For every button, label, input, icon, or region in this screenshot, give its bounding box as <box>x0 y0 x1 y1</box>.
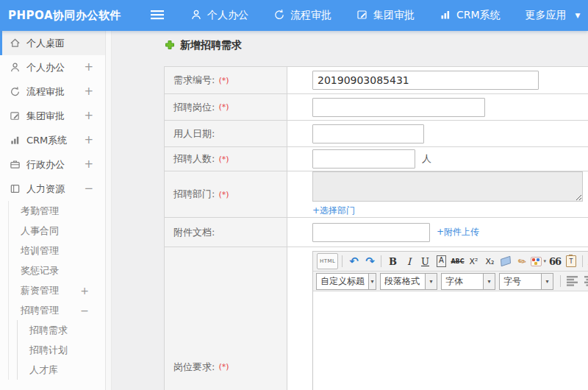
person-icon <box>190 9 202 23</box>
nav-group-approval[interactable]: 集团审批 <box>356 9 415 23</box>
brush-icon: ✎ <box>516 255 529 269</box>
sidebar-item-group-approval[interactable]: 集团审批 + <box>0 104 105 128</box>
chevron-down-icon: ▼ <box>576 12 581 19</box>
strikethrough-button[interactable]: ABC <box>450 254 465 269</box>
sidebar-item-label: 个人桌面 <box>26 37 65 50</box>
sidebar-item-talent-pool[interactable]: 人才库 <box>18 360 105 380</box>
sidebar-item-label: 人力资源 <box>26 182 65 196</box>
expand-icon[interactable]: + <box>84 86 93 97</box>
sidebar-item-personal-desktop[interactable]: 个人桌面 <box>0 31 105 55</box>
top-bar: PHPOA协同办公软件 个人办公 流程审批 集团审批 <box>0 0 588 31</box>
nav-label: 流程审批 <box>290 9 331 22</box>
recruit-count-input[interactable] <box>312 149 415 169</box>
sidebar-item-salary-management[interactable]: 薪资管理 + <box>9 280 105 300</box>
bold-button[interactable]: B <box>385 254 400 269</box>
required-mark: (*) <box>218 102 229 112</box>
nav-label: 更多应用 <box>526 9 567 22</box>
field-label: 用人日期: <box>165 121 287 146</box>
chevron-down-icon: ▾ <box>425 274 437 289</box>
row-recruit-position: 招聘岗位: (*) <box>165 94 588 121</box>
demand-number-input[interactable] <box>312 71 539 90</box>
sidebar-item-label: 招聘管理 <box>21 304 59 317</box>
paste-button[interactable]: T <box>564 254 578 269</box>
collapse-icon[interactable]: − <box>84 183 93 194</box>
recruit-position-input[interactable] <box>312 98 485 117</box>
sidebar-item-workflow-approval[interactable]: 流程审批 + <box>0 79 105 104</box>
nav-label: 个人办公 <box>207 9 248 22</box>
font-family-select[interactable]: 字体 ▾ <box>441 273 495 290</box>
sidebar-item-crm-system[interactable]: CRM系统 + <box>0 128 105 152</box>
nav-personal-office[interactable]: 个人办公 <box>190 9 248 23</box>
blockquote-button[interactable]: 66 <box>548 254 562 269</box>
sidebar-item-reward-punishment[interactable]: 奖惩记录 <box>9 260 105 280</box>
chevron-down-icon: ▾ <box>543 258 546 264</box>
hire-date-input[interactable] <box>312 124 424 143</box>
undo-button[interactable]: ↶ <box>346 254 361 269</box>
redo-button[interactable]: ↷ <box>362 254 377 269</box>
menu-toggle-button[interactable] <box>151 9 164 23</box>
select-department-link[interactable]: +选择部门 <box>312 205 355 217</box>
edit-icon <box>10 110 21 121</box>
palette-icon <box>531 257 542 266</box>
attachment-upload-link[interactable]: +附件上传 <box>437 226 479 238</box>
expand-icon[interactable]: + <box>84 159 93 170</box>
row-attachment: 附件文档: +附件上传 <box>165 218 588 247</box>
sidebar-item-recruit-plan[interactable]: 招聘计划 <box>18 340 105 360</box>
color-palette-button[interactable]: ▾ <box>531 254 546 269</box>
expand-icon[interactable]: + <box>84 62 93 73</box>
nav-workflow-approval[interactable]: 流程审批 <box>273 9 331 23</box>
italic-button[interactable]: I <box>401 254 416 269</box>
briefcase-icon <box>10 159 21 170</box>
sidebar-item-training-management[interactable]: 培训管理 <box>9 241 105 260</box>
eraser-button[interactable] <box>498 254 513 269</box>
field-label: 岗位要求: (*) <box>165 247 287 390</box>
custom-heading-select[interactable]: 自定义标题 ▾ <box>316 273 376 290</box>
sidebar-item-label: 人才库 <box>29 364 58 377</box>
edit-icon <box>356 9 368 23</box>
sidebar-item-label: 考勤管理 <box>21 205 59 218</box>
row-hire-date: 用人日期: <box>165 121 588 147</box>
sidebar-item-label: 薪资管理 <box>21 284 59 297</box>
sidebar-item-personal-office[interactable]: 个人办公 + <box>0 55 105 79</box>
superscript-button[interactable]: X² <box>466 254 481 269</box>
underline-button[interactable]: U <box>417 254 432 269</box>
field-label: 招聘部门: (*) <box>165 171 287 217</box>
app-logo: PHPOA协同办公软件 <box>0 9 140 23</box>
sidebar-item-attendance-management[interactable]: 考勤管理 <box>9 201 105 221</box>
char-border-button[interactable]: A <box>437 255 446 267</box>
attachment-input[interactable] <box>312 223 430 242</box>
align-left-button[interactable] <box>564 274 581 288</box>
nav-more-apps[interactable]: 更多应用 ▼ <box>526 9 581 22</box>
sidebar-item-label: 奖惩记录 <box>21 264 59 277</box>
home-icon <box>10 38 21 49</box>
row-position-requirements: 岗位要求: (*) HTML ↶ ↷ B I U A <box>165 247 588 390</box>
sidebar-item-label: 招聘需求 <box>29 324 68 337</box>
book-icon <box>10 183 21 194</box>
process-icon <box>10 86 21 97</box>
editor-content-area[interactable] <box>313 291 588 390</box>
row-recruit-department: 招聘部门: (*) +选择部门 <box>165 171 588 218</box>
align-center-button[interactable] <box>582 274 588 288</box>
font-size-select[interactable]: 字号 ▾ <box>499 273 553 290</box>
expand-icon[interactable]: + <box>80 286 89 296</box>
format-brush-button[interactable]: ✎ <box>514 254 529 269</box>
sidebar-item-recruit-demand[interactable]: 招聘需求 <box>18 320 105 340</box>
required-mark: (*) <box>218 155 229 164</box>
paragraph-format-select[interactable]: 段落格式 ▾ <box>380 273 437 290</box>
subscript-button[interactable]: X₂ <box>482 254 497 269</box>
expand-icon[interactable]: + <box>84 110 93 121</box>
nav-crm-system[interactable]: CRM系统 <box>440 9 501 23</box>
recruit-department-textarea[interactable] <box>312 171 583 202</box>
sidebar-item-recruit-management[interactable]: 招聘管理 − <box>9 300 105 320</box>
sidebar-item-human-resources[interactable]: 人力资源 − <box>0 177 105 201</box>
sidebar-item-label: 集团审批 <box>26 110 65 123</box>
person-icon <box>10 62 21 73</box>
sidebar-item-hr-contracts[interactable]: 人事合同 <box>9 221 105 241</box>
recruit-submenu: 招聘需求 招聘计划 人才库 <box>17 320 105 380</box>
expand-icon[interactable]: + <box>84 135 93 146</box>
nav-label: 集团审批 <box>373 9 415 22</box>
field-label: 招聘人数: (*) <box>165 147 287 171</box>
sidebar-item-admin-office[interactable]: 行政办公 + <box>0 152 105 177</box>
collapse-icon[interactable]: − <box>80 305 89 316</box>
html-source-button[interactable]: HTML <box>317 253 338 269</box>
